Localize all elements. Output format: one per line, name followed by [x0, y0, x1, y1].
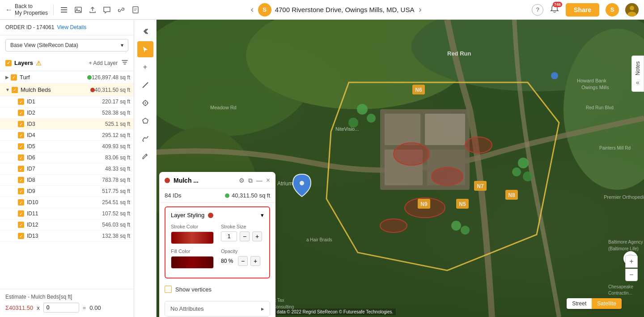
zoom-out-button[interactable]: −: [625, 269, 638, 281]
add-layer-button[interactable]: + Add Layer: [89, 60, 118, 66]
id12-name: ID12: [27, 222, 102, 228]
opacity-decrease-button[interactable]: −: [238, 256, 248, 266]
popup-dot: [165, 178, 170, 183]
id13-checkbox[interactable]: ✓: [18, 233, 24, 239]
mulch-dot: [90, 88, 95, 92]
sub-layer-id13[interactable]: ✓ ID13 132.38 sq ft: [0, 231, 134, 242]
image-icon[interactable]: [73, 5, 83, 15]
id12-value: 546.03 sq ft: [102, 222, 130, 228]
mulch-expand-icon[interactable]: ▼: [5, 87, 10, 92]
back-arrow-icon: ←: [5, 6, 13, 14]
stroke-size-decrease-button[interactable]: −: [240, 231, 250, 241]
layers-header-left: ✓ Layers ⚠: [5, 60, 42, 67]
svg-text:Premier Orthopedics PA: Premier Orthopedics PA: [604, 194, 644, 200]
mulch-checkbox[interactable]: ✓: [12, 87, 18, 93]
id2-checkbox[interactable]: ✓: [18, 110, 24, 116]
id7-value: 48.33 sq ft: [105, 166, 130, 172]
add-tool-button[interactable]: +: [137, 59, 153, 75]
id4-checkbox[interactable]: ✓: [18, 132, 24, 138]
id11-checkbox[interactable]: ✓: [18, 210, 24, 217]
popup-settings-icon[interactable]: ⚙: [239, 177, 245, 184]
stroke-size-increase-button[interactable]: +: [252, 231, 262, 241]
help-button[interactable]: ?: [532, 4, 543, 16]
no-attributes-button[interactable]: No Attributes ▸: [165, 301, 270, 317]
popup-minimize-icon[interactable]: —: [256, 177, 263, 184]
id8-value: 783.78 sq ft: [102, 177, 130, 183]
doc-icon[interactable]: [131, 5, 140, 15]
zoom-in-button[interactable]: +: [625, 255, 638, 268]
svg-text:Red Run Blvd: Red Run Blvd: [586, 105, 614, 110]
user-avatar-photo[interactable]: [625, 3, 639, 17]
view-details-link[interactable]: View Details: [57, 24, 86, 30]
polygon-tool-button[interactable]: [137, 113, 153, 129]
stroke-color-swatch[interactable]: [171, 231, 214, 244]
id8-checkbox[interactable]: ✓: [18, 177, 24, 183]
upload-icon[interactable]: [88, 5, 97, 15]
sub-layer-id12[interactable]: ✓ ID12 546.03 sq ft: [0, 219, 134, 231]
layer-styling-header[interactable]: Layer Styling ▾: [171, 212, 264, 218]
id6-checkbox[interactable]: ✓: [18, 154, 24, 161]
separator: [53, 4, 54, 15]
filter-icon[interactable]: [121, 59, 128, 67]
next-property-button[interactable]: ›: [419, 5, 421, 14]
id9-checkbox[interactable]: ✓: [18, 188, 24, 194]
fill-color-swatch[interactable]: [171, 256, 214, 269]
svg-point-24: [465, 137, 492, 153]
sub-layer-id11[interactable]: ✓ ID11 107.52 sq ft: [0, 208, 134, 219]
layer-styling-collapse-icon[interactable]: ▾: [261, 212, 264, 218]
estimate-input[interactable]: [43, 303, 79, 313]
opacity-increase-button[interactable]: +: [250, 256, 260, 266]
sub-layer-id5[interactable]: ✓ ID5 409.93 sq ft: [0, 141, 134, 152]
sub-layer-id3[interactable]: ✓ ID3 525.1 sq ft: [0, 119, 134, 130]
id1-checkbox[interactable]: ✓: [18, 99, 24, 105]
turf-layer-row[interactable]: ▶ ✓ Turf 126,897.48 sq ft: [0, 71, 134, 84]
street-view-button[interactable]: Street: [567, 298, 592, 309]
prev-property-button[interactable]: ‹: [251, 5, 254, 14]
sub-layer-id7[interactable]: ✓ ID7 48.33 sq ft: [0, 163, 134, 175]
layers-icon[interactable]: [59, 5, 69, 15]
notes-collapse-icon[interactable]: «: [636, 79, 640, 86]
base-view-selector[interactable]: Base View (SiteRecon Data) ▾: [5, 39, 128, 51]
sub-layer-id1[interactable]: ✓ ID1 220.17 sq ft: [0, 96, 134, 107]
sub-layer-id4[interactable]: ✓ ID4 295.12 sq ft: [0, 130, 134, 141]
turf-expand-icon[interactable]: ▶: [5, 75, 9, 80]
collapse-sidebar-button[interactable]: [137, 23, 153, 39]
id3-checkbox[interactable]: ✓: [18, 121, 24, 127]
line-tool-button[interactable]: [137, 77, 153, 93]
id5-checkbox[interactable]: ✓: [18, 143, 24, 150]
id10-checkbox[interactable]: ✓: [18, 199, 24, 206]
turf-layer-value: 126,897.48 sq ft: [92, 74, 130, 81]
popup-copy-icon[interactable]: ⧉: [248, 177, 253, 184]
link-icon[interactable]: [116, 5, 126, 15]
target-tool-button[interactable]: [137, 95, 153, 111]
notes-tab[interactable]: Notes «: [631, 56, 644, 92]
select-tool-button[interactable]: [137, 41, 153, 57]
sub-layer-id2[interactable]: ✓ ID2 528.38 sq ft: [0, 107, 134, 119]
sub-layer-id10[interactable]: ✓ ID10 254.51 sq ft: [0, 197, 134, 208]
sub-layer-id8[interactable]: ✓ ID8 783.78 sq ft: [0, 175, 134, 186]
sub-layer-id9[interactable]: ✓ ID9 517.75 sq ft: [0, 186, 134, 197]
id12-checkbox[interactable]: ✓: [18, 222, 24, 228]
mulch-beds-layer-name: Mulch Beds: [21, 86, 90, 93]
sub-layer-id6[interactable]: ✓ ID6 83.06 sq ft: [0, 152, 134, 163]
user-avatar-initial[interactable]: S: [606, 3, 619, 17]
equals-symbol: =: [83, 304, 86, 311]
show-vertices-checkbox[interactable]: [165, 286, 172, 293]
svg-text:Meadow Rd: Meadow Rd: [210, 105, 237, 110]
path-tool-button[interactable]: [137, 131, 153, 147]
pen-tool-button[interactable]: [137, 149, 153, 165]
fill-row: Fill Color Opacity 80 % − +: [171, 248, 264, 269]
id7-checkbox[interactable]: ✓: [18, 166, 24, 172]
notifications-button[interactable]: 746: [550, 4, 559, 15]
layers-checkbox[interactable]: ✓: [5, 60, 12, 66]
turf-checkbox[interactable]: ✓: [11, 74, 17, 81]
svg-text:Chesapeake: Chesapeake: [608, 284, 634, 289]
popup-close-button[interactable]: ×: [266, 176, 270, 184]
comment-icon[interactable]: [102, 5, 112, 15]
share-button[interactable]: Share: [566, 3, 599, 17]
satellite-view-button[interactable]: Satellite: [592, 298, 622, 309]
mulch-beds-layer-row[interactable]: ▼ ✓ Mulch Beds 40,311.50 sq ft: [0, 84, 134, 96]
back-to-properties-button[interactable]: ← Back toMy Properties: [5, 3, 48, 16]
stroke-size-input[interactable]: [221, 231, 237, 241]
svg-marker-71: [143, 118, 148, 123]
